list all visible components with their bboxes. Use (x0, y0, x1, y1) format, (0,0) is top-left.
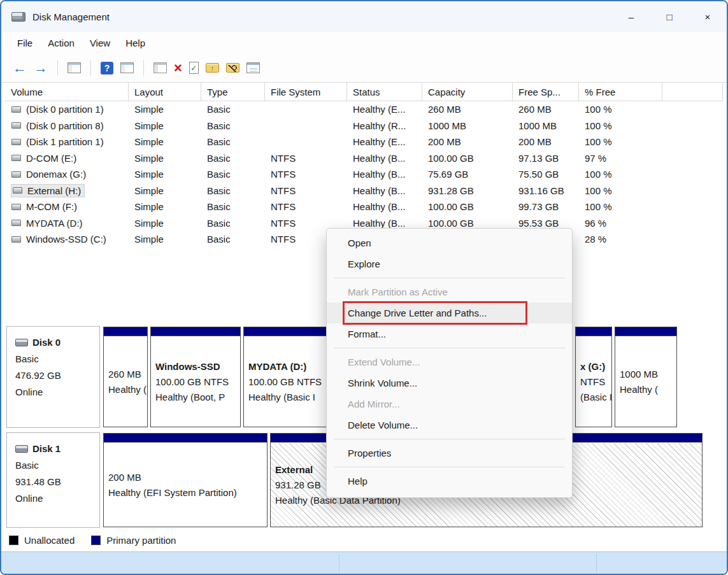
context-menu-item-properties[interactable]: Properties (327, 443, 572, 464)
cell-freespace: 931.16 GB (513, 183, 579, 199)
window-title: Disk Management (32, 11, 110, 22)
minimize-button[interactable]: – (612, 1, 650, 32)
cell-filesystem (265, 118, 347, 134)
forward-icon[interactable]: → (34, 61, 48, 75)
cell-type: Basic (201, 199, 265, 215)
table-row[interactable]: D-COM (E:) Simple Basic NTFS Healthy (B.… (5, 150, 723, 167)
column-header-layout[interactable]: Layout (129, 83, 201, 101)
cell-volume: (Disk 1 partition 1) (5, 134, 129, 150)
menu-action[interactable]: Action (40, 38, 82, 48)
context-menu-item-delete-volume[interactable]: Delete Volume... (327, 415, 572, 436)
disk0-header[interactable]: Disk 0 Basic 476.92 GB Online (6, 326, 100, 428)
column-header-type[interactable]: Type (201, 83, 265, 101)
maximize-button[interactable]: □ (650, 1, 689, 32)
primary-partition-strip (104, 327, 147, 336)
close-button[interactable]: × (689, 1, 727, 32)
cell-capacity: 931.28 GB (422, 183, 513, 199)
cell-type: Basic (201, 166, 265, 183)
table-row[interactable]: M-COM (F:) Simple Basic NTFS Healthy (B.… (5, 199, 723, 215)
help-icon[interactable]: ? (101, 62, 113, 75)
title-bar[interactable]: Disk Management – □ × (1, 1, 727, 32)
primary-partition-strip (615, 327, 676, 336)
cell-pctfree: 96 % (579, 215, 662, 232)
column-header-blank (662, 83, 723, 101)
cell-filesystem: NTFS (265, 150, 347, 167)
volume-icon (13, 187, 22, 194)
context-menu-item-explore[interactable]: Explore (327, 253, 572, 274)
cell-type: Basic (201, 183, 265, 199)
disk-icon (15, 339, 28, 346)
column-header-pctfree[interactable]: % Free (579, 83, 662, 101)
context-menu-item-open[interactable]: Open (327, 232, 572, 253)
cell-type: Basic (201, 134, 265, 150)
cell-capacity: 100.00 GB (422, 150, 513, 167)
table-row-selected[interactable]: External (H:) Simple Basic NTFS Healthy … (5, 183, 723, 199)
menu-view[interactable]: View (82, 38, 118, 48)
cell-freespace: 75.50 GB (513, 166, 579, 183)
cell-volume: Donemax (G:) (5, 166, 129, 183)
volume-icon (11, 106, 21, 113)
unallocated-swatch (9, 536, 18, 545)
partition-disk0-efi[interactable]: 260 MBHealthy ( (103, 327, 148, 427)
context-menu-item-shrink-volume[interactable]: Shrink Volume... (327, 373, 572, 394)
table-row[interactable]: Donemax (G:) Simple Basic NTFS Healthy (… (5, 166, 723, 183)
column-header-status[interactable]: Status (347, 83, 422, 101)
disk-size-label: 931.48 GB (15, 474, 99, 490)
partition-recovery[interactable]: 1000 MBHealthy ( (615, 327, 677, 427)
cell-layout: Simple (129, 183, 201, 199)
legend: Unallocated Primary partition (9, 535, 176, 546)
cell-freespace: 1000 MB (513, 118, 579, 134)
table-row[interactable]: (Disk 0 partition 1) Simple Basic Health… (5, 101, 723, 118)
column-header-capacity[interactable]: Capacity (422, 83, 513, 101)
volume-icon (11, 171, 21, 178)
context-menu-item-change-drive-letter[interactable]: Change Drive Letter and Paths... (327, 302, 572, 323)
cell-volume: D-COM (E:) (5, 150, 129, 167)
menu-file[interactable]: File (10, 38, 40, 48)
context-menu-item-format[interactable]: Format... (327, 323, 572, 344)
menu-item-label: Mark Partition as Active (348, 287, 448, 297)
partition-disk1-efi[interactable]: 200 MBHealthy (EFI System Partition) (103, 433, 268, 527)
volume-icon (11, 155, 21, 161)
column-header-volume[interactable]: Volume (5, 83, 129, 101)
disk-management-app-icon (11, 12, 25, 22)
cell-capacity: 100.00 GB (422, 199, 513, 215)
delete-volume-icon[interactable]: × (174, 61, 182, 75)
console-window-icon[interactable] (153, 62, 167, 73)
menu-item-label: Help (348, 476, 368, 486)
primary-partition-strip (104, 434, 267, 443)
cell-pctfree: 100 % (579, 134, 662, 150)
partition-donemax[interactable]: x (G:)NTFS(Basic I (575, 327, 612, 427)
menu-item-label: Change Drive Letter and Paths... (348, 308, 487, 318)
menu-item-label: Format... (348, 329, 386, 339)
check-document-icon[interactable]: ✓ (189, 62, 199, 74)
cell-volume: MYDATA (D:) (5, 215, 129, 232)
disk1-header[interactable]: Disk 1 Basic 931.48 GB Online (6, 432, 100, 528)
window-controls: – □ × (612, 1, 727, 32)
legend-label: Unallocated (24, 535, 75, 546)
column-header-freespace[interactable]: Free Sp... (513, 83, 579, 101)
show-console-tree-icon[interactable] (68, 62, 81, 73)
volume-icon (11, 122, 21, 129)
menu-separator (334, 467, 565, 467)
bottom-status-band (1, 551, 727, 575)
cell-capacity: 75.69 GB (422, 166, 513, 183)
table-row[interactable]: (Disk 0 partition 8) Simple Basic Health… (5, 118, 723, 134)
column-header-filesystem[interactable]: File System (265, 83, 347, 101)
back-icon[interactable]: ← (13, 61, 27, 75)
primary-partition-strip (151, 327, 240, 336)
cell-volume: (Disk 0 partition 8) (5, 118, 129, 134)
show-action-pane-icon[interactable] (120, 62, 134, 73)
properties-form-icon[interactable] (246, 62, 260, 73)
legend-label: Primary partition (106, 535, 176, 546)
menu-separator (334, 439, 565, 439)
partition-windows-ssd[interactable]: Windows-SSD100.00 GB NTFSHealthy (Boot, … (150, 327, 241, 427)
cell-status: Healthy (R... (347, 118, 422, 134)
cell-pctfree: 100 % (579, 118, 662, 134)
partition-mydata[interactable]: MYDATA (D:)100.00 GB NTFSHealthy (Basic … (243, 327, 328, 427)
folder-search-icon[interactable] (226, 63, 239, 73)
context-menu-item-help[interactable]: Help (327, 471, 572, 492)
table-row[interactable]: (Disk 1 partition 1) Simple Basic Health… (5, 134, 723, 150)
folder-up-icon[interactable]: ↑ (206, 63, 219, 73)
toolbar-separator (143, 60, 144, 76)
menu-help[interactable]: Help (118, 38, 153, 48)
